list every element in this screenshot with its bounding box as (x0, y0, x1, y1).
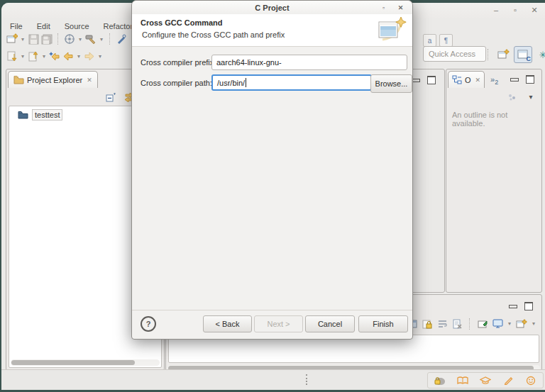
menu-source[interactable]: Source (62, 21, 92, 31)
maximize-view-icon[interactable] (526, 75, 534, 84)
console-toolbar: ▾ ▾ (406, 318, 537, 330)
back-icon[interactable] (62, 50, 75, 62)
previous-annotation-dropdown-icon[interactable]: ▾ (40, 53, 48, 60)
scroll-lock-icon[interactable] (421, 318, 434, 330)
project-folder-icon (18, 111, 28, 119)
hand-lock-icon[interactable] (434, 374, 446, 386)
debug-perspective-icon[interactable]: ✳ (534, 47, 545, 62)
back-button[interactable]: < Back (203, 315, 252, 332)
text-caret (246, 78, 246, 87)
menu-refactor[interactable]: Refactor (101, 21, 136, 31)
desktop: – ▫ ✕ File Edit Source Refactor Navigate… (0, 0, 545, 392)
tree-item-label: testtest (32, 109, 62, 121)
display-console-dropdown-icon[interactable]: ▾ (506, 320, 513, 327)
toolbar-main: ▾ ▾ ▾ (6, 32, 128, 46)
wizard-header: Cross GCC Command Configure the Cross GC… (132, 14, 412, 47)
last-edit-location-icon[interactable] (48, 50, 61, 62)
next-annotation-icon[interactable] (6, 50, 18, 62)
forward-dropdown-icon[interactable]: ▾ (97, 53, 104, 60)
minimize-view-icon[interactable] (510, 78, 519, 82)
wizard-title: Cross GCC Command (141, 18, 223, 27)
finish-button[interactable]: Finish (358, 315, 408, 332)
next-annotation-dropdown-icon[interactable]: ▾ (19, 53, 26, 60)
dialog-title: C Project (255, 4, 289, 12)
wizard-banner-icon (375, 16, 407, 44)
menu-edit[interactable]: Edit (34, 21, 53, 31)
pencil-icon[interactable] (502, 374, 514, 386)
open-perspective-icon[interactable] (495, 47, 512, 62)
run-external-tools-icon[interactable] (63, 33, 76, 45)
word-wrap-icon[interactable] (436, 318, 448, 330)
outline-sort-icon (506, 91, 519, 103)
editor-toggles: a ¶ (423, 34, 453, 47)
path-label: Cross compiler path: (141, 79, 212, 87)
outline-message: An outline is not available. (452, 111, 541, 128)
clear-console-icon[interactable] (451, 318, 463, 330)
tab-label: O (465, 76, 471, 84)
perspective-bar: C ✳ (484, 45, 545, 64)
collapse-all-icon[interactable] (104, 91, 117, 103)
build-dropdown-icon[interactable]: ▾ (98, 36, 105, 43)
run-dropdown-icon[interactable]: ▾ (77, 36, 84, 43)
path-value: /usr/bin/ (217, 79, 245, 87)
maximize-view-icon[interactable] (524, 302, 533, 310)
statusbar-drag-handle[interactable] (306, 374, 309, 385)
cancel-button[interactable]: Cancel (305, 315, 355, 332)
new-wizard-dropdown-icon[interactable]: ▾ (19, 36, 26, 43)
view-overflow-icon[interactable]: »2 (490, 75, 498, 86)
toolbar-navigation: ▾ ▾ ▾ ▾ (6, 48, 104, 64)
wizard-subtitle: Configure the Cross GCC path and prefix (142, 30, 285, 39)
close-icon[interactable]: ✕ (529, 6, 539, 15)
prefix-label: Cross compiler prefix: (141, 58, 216, 67)
show-whitespace-icon[interactable]: ¶ (439, 34, 453, 47)
help-icon[interactable]: ? (141, 316, 156, 332)
build-all-icon[interactable] (84, 33, 97, 45)
minimize-icon[interactable]: – (491, 6, 501, 15)
quick-access-input[interactable]: Quick Access (423, 46, 486, 62)
open-console-dropdown-icon[interactable]: ▾ (530, 320, 537, 327)
maximize-icon[interactable]: ▫ (510, 6, 520, 15)
smiley-icon[interactable] (524, 374, 537, 386)
project-explorer-hscrollbar[interactable] (11, 359, 160, 366)
mark-occurrences-icon[interactable]: a (423, 34, 436, 47)
prefix-value: aarch64-linux-gnu- (216, 58, 282, 67)
outline-panel: O ✕ »2 ▾ An outline is not available. (446, 69, 542, 293)
tab-project-explorer[interactable]: Project Explorer ✕ (8, 71, 98, 88)
view-menu-icon[interactable]: ▾ (527, 93, 534, 101)
search-pen-icon[interactable] (115, 33, 128, 45)
prefix-input[interactable]: aarch64-linux-gnu- (211, 55, 407, 70)
dialog-titlebar[interactable]: C Project ▫ ✕ (132, 1, 412, 15)
pin-console-icon[interactable] (476, 318, 489, 330)
tab-label: Project Explorer (27, 76, 82, 84)
open-console-icon[interactable] (515, 318, 528, 330)
graduation-cap-icon[interactable] (479, 374, 492, 386)
c-cpp-perspective-icon[interactable]: C (514, 46, 532, 63)
book-icon[interactable] (456, 374, 469, 386)
dialog-close-icon[interactable]: ✕ (396, 3, 405, 12)
next-button: Next > (254, 315, 303, 332)
tab-close-icon[interactable]: ✕ (87, 77, 92, 84)
menu-file[interactable]: File (7, 21, 26, 31)
project-explorer-icon (13, 75, 24, 84)
maximize-view-icon[interactable] (427, 76, 436, 84)
previous-annotation-icon[interactable] (27, 50, 40, 62)
path-input[interactable]: /usr/bin/ (211, 74, 372, 91)
browse-button[interactable]: Browse... (370, 74, 412, 93)
save-icon (27, 33, 40, 45)
status-bar (1, 369, 545, 390)
outline-icon (452, 75, 462, 84)
back-dropdown-icon[interactable]: ▾ (75, 53, 82, 60)
dialog-footer: ? < Back Next > Cancel Finish (132, 310, 412, 339)
dialog-maximize-icon[interactable]: ▫ (379, 3, 388, 12)
new-wizard-icon[interactable] (6, 33, 18, 45)
c-project-dialog: C Project ▫ ✕ Cross GCC Command Configur… (131, 0, 413, 340)
tab-outline[interactable]: O ✕ (448, 71, 485, 88)
forward-icon (83, 50, 96, 62)
minimize-view-icon[interactable] (509, 305, 517, 308)
tab-close-icon[interactable]: ✕ (475, 77, 481, 84)
status-trim-icons (427, 372, 544, 388)
save-all-icon (40, 33, 53, 45)
display-console-icon[interactable] (491, 318, 504, 330)
